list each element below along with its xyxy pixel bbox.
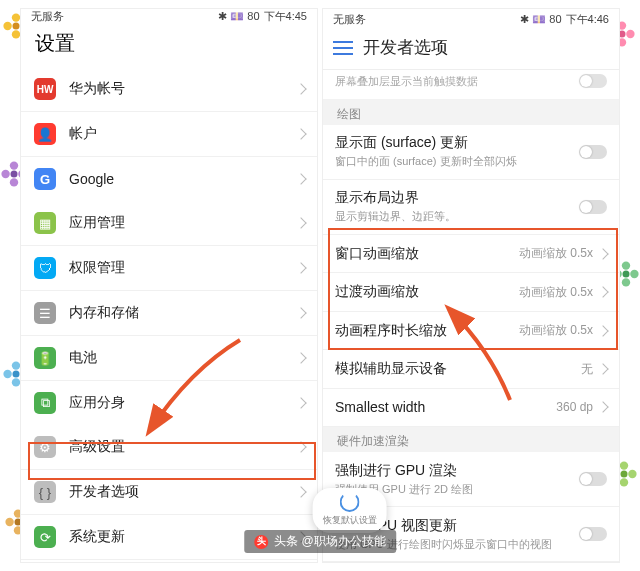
svg-point-30 (620, 461, 628, 469)
update-icon: ⟳ (33, 525, 57, 549)
loading-spinner-icon (340, 492, 360, 512)
battery-icon: 🔋 (33, 346, 57, 370)
chevron-right-icon (295, 173, 306, 184)
menu-icon[interactable] (333, 41, 353, 55)
svg-point-32 (620, 478, 628, 486)
svg-point-13 (3, 370, 11, 378)
row-permissions[interactable]: 🛡 权限管理 (21, 246, 317, 291)
section-hw-accel: 硬件加速渲染 (323, 427, 619, 452)
row-partial-touch[interactable]: 屏幕叠加层显示当前触摸数据 (323, 70, 619, 100)
svg-point-7 (10, 178, 18, 186)
toggle-switch[interactable] (579, 145, 607, 159)
huawei-icon: HW (33, 77, 57, 101)
row-advanced-settings[interactable]: ⚙ 高级设置 (21, 425, 317, 470)
chevron-right-icon (597, 325, 608, 336)
section-drawing: 绘图 (323, 100, 619, 125)
google-icon: G (33, 167, 57, 191)
svg-point-29 (623, 271, 630, 278)
svg-point-18 (5, 518, 13, 526)
phone-left: 无服务 ✱ 💷 80 下午4:45 设置 HW 华为帐号 👤 帐户 G Goog… (20, 8, 318, 563)
toggle-switch[interactable] (579, 527, 607, 541)
twin-icon: ⧉ (33, 391, 57, 415)
svg-point-26 (630, 270, 638, 278)
row-window-anim-scale[interactable]: 窗口动画缩放 动画缩放 0.5x (323, 235, 619, 274)
svg-point-2 (12, 30, 20, 38)
status-bar: 无服务 ✱ 💷 80 下午4:45 (21, 9, 317, 24)
gear-icon: ⚙ (33, 435, 57, 459)
chevron-right-icon (295, 262, 306, 273)
row-simulate-secondary-display[interactable]: 模拟辅助显示设备 无 (323, 350, 619, 389)
toggle-switch[interactable] (579, 472, 607, 486)
status-bar: 无服务 ✱ 💷 80 下午4:46 (323, 9, 619, 30)
row-app-management[interactable]: ▦ 应用管理 (21, 201, 317, 246)
account-icon: 👤 (33, 122, 57, 146)
toutiao-logo-icon: 头 (254, 535, 268, 549)
toggle-switch[interactable] (579, 200, 607, 214)
row-huawei-account[interactable]: HW 华为帐号 (21, 67, 317, 112)
row-layout-bounds[interactable]: 显示布局边界 显示剪辑边界、边距等。 (323, 180, 619, 235)
shield-icon: 🛡 (33, 256, 57, 280)
page-title: 设置 (21, 24, 317, 67)
row-accounts[interactable]: 👤 帐户 (21, 112, 317, 157)
svg-point-5 (10, 161, 18, 169)
chevron-right-icon (295, 352, 306, 363)
row-about-phone[interactable]: 📱 关于手机 (21, 560, 317, 563)
svg-point-25 (622, 261, 630, 269)
svg-point-4 (13, 23, 20, 30)
chevron-right-icon (295, 486, 306, 497)
row-google[interactable]: G Google (21, 157, 317, 201)
svg-point-8 (1, 170, 9, 178)
refresh-toast: 恢复默认设置 (322, 488, 387, 533)
svg-point-12 (12, 378, 20, 386)
svg-point-9 (11, 171, 18, 178)
carrier-text: 无服务 (31, 9, 64, 24)
chevron-right-icon (597, 248, 608, 259)
developer-icon: { } (33, 480, 57, 504)
watermark: 头 头条 @职场办公技能 (244, 530, 396, 553)
header: 开发者选项 (323, 30, 619, 70)
row-transition-anim-scale[interactable]: 过渡动画缩放 动画缩放 0.5x (323, 273, 619, 312)
svg-point-3 (3, 22, 11, 30)
svg-point-10 (12, 361, 20, 369)
page-title: 开发者选项 (363, 36, 448, 59)
row-storage[interactable]: ☰ 内存和存储 (21, 291, 317, 336)
chevron-right-icon (295, 397, 306, 408)
chevron-right-icon (295, 128, 306, 139)
status-icons: ✱ 💷 80 (218, 10, 259, 23)
row-animator-duration-scale[interactable]: 动画程序时长缩放 动画缩放 0.5x (323, 312, 619, 351)
svg-point-21 (626, 30, 634, 38)
carrier-text: 无服务 (333, 12, 366, 27)
row-surface-updates[interactable]: 显示面 (surface) 更新 窗口中的面 (surface) 更新时全部闪烁 (323, 125, 619, 180)
storage-icon: ☰ (33, 301, 57, 325)
svg-point-27 (622, 278, 630, 286)
svg-point-14 (13, 371, 20, 378)
chevron-right-icon (295, 217, 306, 228)
svg-point-31 (628, 470, 636, 478)
status-icons: ✱ 💷 80 (520, 13, 561, 26)
svg-point-34 (621, 471, 628, 478)
chevron-right-icon (597, 287, 608, 298)
chevron-right-icon (597, 364, 608, 375)
status-time: 下午4:46 (566, 12, 609, 27)
phone-right: 无服务 ✱ 💷 80 下午4:46 开发者选项 屏幕叠加层显示当前触摸数据 绘图… (322, 8, 620, 563)
row-developer-options[interactable]: { } 开发者选项 (21, 470, 317, 515)
toggle-switch[interactable] (579, 74, 607, 88)
svg-point-0 (12, 13, 20, 21)
row-battery[interactable]: 🔋 电池 (21, 336, 317, 381)
chevron-right-icon (295, 83, 306, 94)
row-smallest-width[interactable]: Smallest width 360 dp (323, 389, 619, 427)
chevron-right-icon (295, 307, 306, 318)
chevron-right-icon (295, 441, 306, 452)
chevron-right-icon (597, 402, 608, 413)
row-app-twin[interactable]: ⧉ 应用分身 (21, 381, 317, 425)
apps-icon: ▦ (33, 211, 57, 235)
status-time: 下午4:45 (264, 9, 307, 24)
